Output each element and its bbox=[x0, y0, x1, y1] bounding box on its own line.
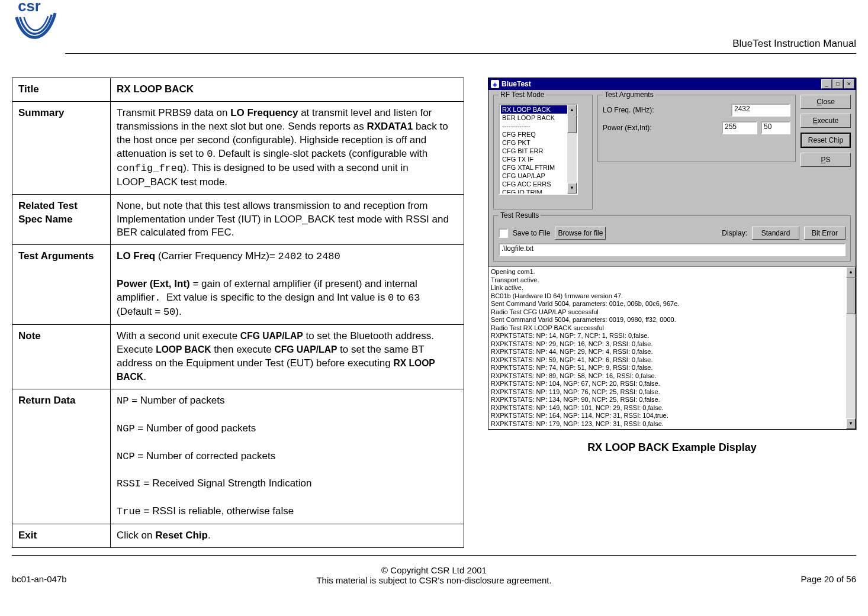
log-line: RXPKTSTATS: NP: 149, NGP: 101, NCP: 29, … bbox=[491, 404, 843, 412]
log-line: RXPKTSTATS: NP: 14, NGP: 7, NCP: 1, RSSI… bbox=[491, 332, 843, 340]
power-ext-input[interactable]: 255 bbox=[722, 121, 757, 134]
tr-group-title: Test Results bbox=[499, 211, 541, 220]
list-item[interactable]: BER LOOP BACK bbox=[501, 114, 576, 122]
list-item[interactable]: CFG XTAL FTRIM bbox=[501, 163, 576, 172]
log-line: RXPKTSTATS: NP: 44, NGP: 29, NCP: 4, RSS… bbox=[491, 348, 843, 356]
csr-logo: csr bbox=[9, 0, 59, 47]
row-related-label: Related Test Spec Name bbox=[12, 194, 111, 245]
scroll-thumb[interactable] bbox=[567, 115, 577, 133]
log-scroll-down-icon[interactable]: ▼ bbox=[846, 418, 856, 429]
row-summary-value: Transmit PRBS9 data on LO Frequency at t… bbox=[111, 101, 464, 194]
row-exit-value: Click on Reset Chip. bbox=[111, 524, 464, 548]
bit-error-button[interactable]: Bit Error bbox=[804, 227, 846, 240]
row-args-value: LO Freq (Carrier Frequency MHz)= 2402 to… bbox=[111, 245, 464, 325]
doc-title: BlueTest Instruction Manual bbox=[732, 38, 856, 50]
standard-button[interactable]: Standard bbox=[752, 227, 799, 240]
browse-button[interactable]: Browse for file bbox=[555, 227, 606, 240]
list-item[interactable]: RX LOOP BACK bbox=[501, 105, 576, 114]
log-line: RXPKTSTATS: NP: 119, NGP: 76, NCP: 25, R… bbox=[491, 388, 843, 396]
log-line: RXPKTSTATS: NP: 164, NGP: 114, NCP: 31, … bbox=[491, 412, 843, 420]
logfile-path-input[interactable]: .\logfile.txt bbox=[499, 243, 846, 256]
log-line: RXPKTSTATS: NP: 179, NGP: 123, NCP: 31, … bbox=[491, 420, 843, 428]
spec-table: Title RX LOOP BACK Summary Transmit PRBS… bbox=[12, 78, 464, 548]
lo-freq-label: LO Freq. (MHz): bbox=[603, 106, 731, 114]
ta-group-title: Test Arguments bbox=[603, 91, 655, 99]
log-line: BC01b (Hardware ID 64) firmware version … bbox=[491, 292, 843, 301]
row-return-label: Return Data bbox=[12, 389, 111, 524]
row-related-value: None, but note that this test allows tra… bbox=[111, 194, 464, 245]
test-results-group: Test Results Save to File Browse for fil… bbox=[493, 215, 851, 262]
row-exit-label: Exit bbox=[12, 524, 111, 548]
log-line: Radio Test RX LOOP BACK successful bbox=[491, 324, 843, 333]
list-item[interactable]: CFG ACC ERRS bbox=[501, 180, 576, 188]
log-line: Sent Command Varid 5004, parameters: 001… bbox=[491, 316, 843, 324]
log-line: RXPKTSTATS: NP: 74, NGP: 51, NCP: 9, RSS… bbox=[491, 364, 843, 372]
rf-listbox[interactable]: RX LOOP BACKBER LOOP BACK-------------CF… bbox=[499, 104, 578, 195]
row-note-label: Note bbox=[12, 325, 111, 389]
log-output: Opening com1.Transport active.Link activ… bbox=[488, 266, 856, 429]
close-button[interactable]: Close bbox=[801, 95, 851, 109]
execute-button[interactable]: Execute bbox=[801, 114, 851, 128]
log-line: RXPKTSTATS: NP: 104, NGP: 67, NCP: 20, R… bbox=[491, 380, 843, 388]
log-line: Transport active. bbox=[491, 276, 843, 285]
display-label: Display: bbox=[722, 229, 747, 237]
reset-chip-button[interactable]: Reset Chip bbox=[801, 133, 851, 148]
row-args-label: Test Arguments bbox=[12, 245, 111, 325]
power-int-input[interactable]: 50 bbox=[761, 121, 790, 134]
log-line: RXPKTSTATS: NP: 29, NGP: 16, NCP: 3, RSS… bbox=[491, 340, 843, 349]
row-title-value: RX LOOP BACK bbox=[111, 78, 464, 102]
log-line: RXPKTSTATS: NP: 89, NGP: 58, NCP: 16, RS… bbox=[491, 372, 843, 380]
bluetest-window: ◈ BlueTest _ □ ✕ RF Test Mode RX LOOP BA… bbox=[488, 78, 856, 430]
titlebar[interactable]: ◈ BlueTest _ □ ✕ bbox=[488, 78, 856, 90]
list-item[interactable]: CFG PKT bbox=[501, 138, 576, 147]
test-arguments-group: Test Arguments LO Freq. (MHz): 2432 Powe… bbox=[597, 95, 796, 162]
row-note-value: With a second unit execute CFG UAP/LAP t… bbox=[111, 325, 464, 389]
footer-left: bc01-an-047b bbox=[12, 565, 189, 585]
window-title: BlueTest bbox=[501, 80, 531, 88]
listbox-scrollbar[interactable]: ▲ ▼ bbox=[567, 105, 577, 193]
power-label: Power (Ext,Int): bbox=[603, 124, 722, 132]
list-item[interactable]: CFG IQ TRIM bbox=[501, 188, 576, 195]
log-scrollbar[interactable]: ▲ ▼ bbox=[846, 267, 856, 429]
rf-test-mode-group: RF Test Mode RX LOOP BACKBER LOOP BACK--… bbox=[493, 95, 593, 209]
lo-freq-input[interactable]: 2432 bbox=[731, 104, 790, 117]
log-line: Link active. bbox=[491, 284, 843, 292]
list-item[interactable]: ------------- bbox=[501, 122, 576, 130]
figure-caption: RX LOOP BACK Example Display bbox=[587, 441, 757, 454]
list-item[interactable]: CFG TX IF bbox=[501, 155, 576, 163]
save-to-file-label: Save to File bbox=[513, 229, 550, 237]
list-item[interactable]: CFG UAP/LAP bbox=[501, 172, 576, 180]
row-title-label: Title bbox=[12, 78, 111, 102]
row-return-value: NP = Number of packetsNGP = Number of go… bbox=[111, 389, 464, 524]
rf-group-title: RF Test Mode bbox=[499, 91, 546, 99]
scroll-down-icon[interactable]: ▼ bbox=[567, 183, 577, 193]
log-scroll-thumb[interactable] bbox=[846, 278, 856, 314]
maximize-button[interactable]: □ bbox=[832, 79, 843, 89]
list-item[interactable]: CFG BIT ERR bbox=[501, 147, 576, 155]
log-scroll-up-icon[interactable]: ▲ bbox=[846, 267, 856, 278]
minimize-button[interactable]: _ bbox=[821, 79, 832, 89]
footer-right: Page 20 of 56 bbox=[679, 565, 856, 585]
ps-button[interactable]: PS bbox=[801, 153, 851, 167]
save-to-file-checkbox[interactable] bbox=[499, 228, 508, 238]
footer-center: © Copyright CSR Ltd 2001 This material i… bbox=[189, 565, 679, 585]
log-line: RXPKTSTATS: NP: 59, NGP: 41, NCP: 6, RSS… bbox=[491, 356, 843, 365]
log-line: RXPKTSTATS: NP: 134, NGP: 90, NCP: 25, R… bbox=[491, 396, 843, 404]
app-icon: ◈ bbox=[491, 80, 499, 88]
row-summary-label: Summary bbox=[12, 101, 111, 194]
log-line: Opening com1. bbox=[491, 268, 843, 276]
svg-text:csr: csr bbox=[18, 0, 40, 14]
list-item[interactable]: CFG FREQ bbox=[501, 130, 576, 138]
scroll-up-icon[interactable]: ▲ bbox=[567, 105, 577, 115]
close-window-button[interactable]: ✕ bbox=[844, 79, 854, 89]
log-line: Radio Test CFG UAP/LAP successful bbox=[491, 308, 843, 317]
log-line: Sent Command Varid 5004, parameters: 001… bbox=[491, 300, 843, 308]
